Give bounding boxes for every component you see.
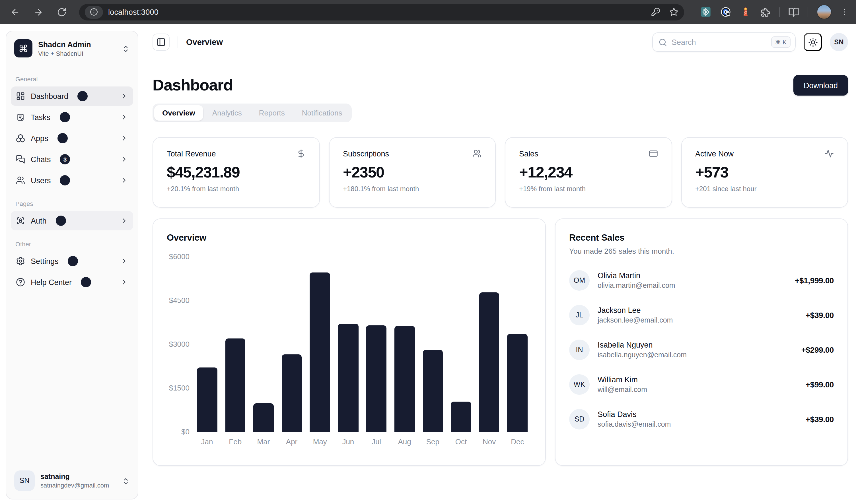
sidebar-item-dashboard[interactable]: Dashboard	[11, 87, 133, 106]
address-bar[interactable]: localhost:3000	[79, 4, 684, 20]
sidebar-nav: General Dashboard Tasks Apps Chats 3 Use…	[11, 66, 133, 467]
bar-nov[interactable]	[479, 292, 499, 432]
sidebar-toggle-button[interactable]	[153, 34, 170, 51]
browser-reload-button[interactable]	[57, 7, 67, 17]
panel-left-icon	[157, 38, 165, 47]
sidebar-item-auth[interactable]: Auth	[11, 211, 133, 230]
y-tick-6000: $6000	[169, 252, 190, 261]
stat-title: Active Now	[695, 149, 734, 158]
sidebar-item-settings[interactable]: Settings	[11, 251, 133, 271]
bar-dec[interactable]	[507, 334, 528, 432]
profile-avatar[interactable]: SN	[830, 33, 848, 51]
chats-icon	[16, 155, 25, 164]
sidebar-item-badge	[60, 175, 70, 185]
bar-column-dec	[503, 256, 531, 432]
sidebar-item-users[interactable]: Users	[11, 170, 133, 190]
sale-name: William Kim	[598, 375, 647, 384]
sale-email: sofia.davis@email.com	[598, 420, 671, 428]
bar-jun[interactable]	[338, 324, 358, 432]
download-button[interactable]: Download	[793, 75, 848, 95]
x-tick-sep: Sep	[419, 437, 447, 446]
sidebar-item-badge	[81, 277, 91, 287]
url-text[interactable]: localhost:3000	[108, 8, 651, 16]
stat-title: Sales	[519, 149, 538, 158]
password-key-icon[interactable]	[651, 7, 660, 17]
bar-mar[interactable]	[253, 403, 274, 432]
tasks-icon	[16, 113, 25, 122]
page-title: Dashboard	[153, 76, 233, 94]
dashboard-icon	[16, 92, 25, 101]
chevron-right-icon	[120, 155, 128, 163]
sidebar-item-badge: 3	[60, 154, 70, 164]
sidebar-user-menu[interactable]: SN satnaing satnaingdev@gmail.com	[11, 467, 133, 494]
sidebar-section-label-other: Other	[11, 241, 133, 248]
bookmark-star-icon[interactable]	[669, 7, 678, 17]
bar-aug[interactable]	[395, 326, 415, 432]
sidebar-item-help-center[interactable]: Help Center	[11, 272, 133, 292]
sidebar-item-label: Auth	[31, 216, 47, 225]
browser-back-button[interactable]	[10, 7, 20, 17]
sidebar-item-apps[interactable]: Apps	[11, 129, 133, 148]
toolbar-divider	[808, 7, 808, 17]
x-tick-oct: Oct	[447, 437, 475, 446]
sidebar-item-chats[interactable]: Chats 3	[11, 150, 133, 169]
tab-reports[interactable]: Reports	[251, 105, 293, 121]
y-tick-3000: $3000	[169, 340, 190, 348]
workspace-switcher[interactable]: Shadcn Admin Vite + ShadcnUI	[11, 36, 133, 61]
apps-icon	[16, 134, 25, 143]
recent-sale-jackson-lee: JL Jackson Lee jackson.lee@email.com +$3…	[569, 305, 834, 325]
chevron-right-icon	[120, 176, 128, 184]
sale-name: Sofia Davis	[598, 410, 671, 419]
sidebar-item-tasks[interactable]: Tasks	[11, 108, 133, 127]
theme-toggle-button[interactable]	[804, 33, 822, 51]
auth-icon	[16, 216, 25, 225]
sale-email: olivia.martin@email.com	[598, 282, 675, 290]
bar-sep[interactable]	[423, 350, 443, 432]
x-tick-apr: Apr	[277, 437, 305, 446]
sale-name: Jackson Lee	[598, 306, 673, 314]
app-logo	[14, 39, 32, 57]
sale-email: isabella.nguyen@email.com	[598, 351, 687, 359]
password-manager-extension-icon[interactable]	[720, 6, 731, 18]
stat-note: +19% from last month	[519, 185, 658, 193]
browser-menu-dots-icon[interactable]	[840, 7, 849, 17]
bar-apr[interactable]	[281, 354, 302, 432]
settings-icon	[16, 256, 25, 266]
bar-oct[interactable]	[451, 402, 471, 432]
bar-may[interactable]	[310, 272, 330, 432]
browser-toolbar: localhost:3000	[0, 0, 856, 24]
search-input[interactable]	[667, 38, 771, 47]
bar-jul[interactable]	[366, 325, 386, 432]
chevrons-up-down-icon	[122, 43, 130, 53]
lighthouse-extension-icon[interactable]	[740, 6, 751, 18]
browser-profile-avatar[interactable]	[817, 4, 832, 19]
browser-forward-button[interactable]	[34, 7, 43, 17]
sidebar-item-label: Apps	[31, 134, 48, 143]
x-tick-jun: Jun	[334, 437, 362, 446]
dollar-icon	[296, 149, 305, 158]
sale-email: jackson.lee@email.com	[598, 316, 673, 324]
bar-column-mar	[249, 256, 277, 432]
sale-avatar: IN	[569, 340, 590, 360]
sale-avatar: OM	[569, 270, 590, 291]
reading-list-book-icon[interactable]	[788, 6, 799, 17]
stats-row: Total Revenue $45,231.89 +20.1% from las…	[153, 137, 848, 208]
screen: localhost:3000	[0, 0, 856, 504]
recent-sales-card: Recent Sales You made 265 sales this mon…	[555, 218, 848, 466]
search-box[interactable]: ⌘ K	[652, 32, 796, 52]
tab-overview[interactable]: Overview	[154, 105, 203, 121]
bar-feb[interactable]	[225, 338, 245, 432]
tab-analytics[interactable]: Analytics	[204, 105, 250, 121]
recent-sale-sofia-davis: SD Sofia Davis sofia.davis@email.com +$3…	[569, 409, 834, 430]
bar-jan[interactable]	[197, 367, 217, 432]
sale-avatar: JL	[569, 305, 590, 325]
overview-chart-card: Overview $0$1500$3000$4500$6000 JanFebMa…	[153, 218, 546, 466]
extensions-puzzle-icon[interactable]	[760, 6, 771, 17]
sale-avatar: WK	[569, 374, 590, 395]
teal-extension-icon[interactable]	[700, 6, 712, 18]
tab-notifications[interactable]: Notifications	[294, 105, 350, 121]
x-tick-nov: Nov	[475, 437, 503, 446]
sidebar-item-badge	[57, 133, 68, 143]
site-info-button[interactable]	[85, 5, 103, 18]
stat-card-total-revenue: Total Revenue $45,231.89 +20.1% from las…	[153, 137, 319, 208]
